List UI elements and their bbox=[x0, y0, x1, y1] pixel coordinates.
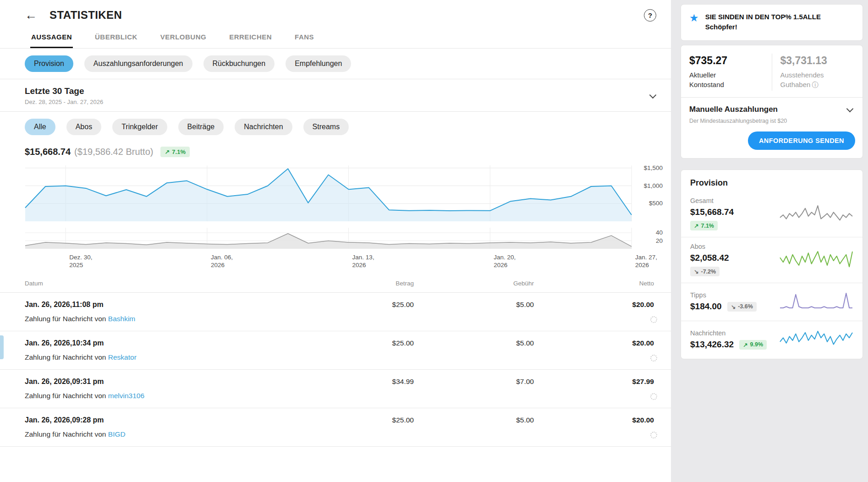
row-description: Zahlung für Nachricht von Bashkim bbox=[25, 309, 654, 331]
provision-card: Provision Gesamt $15,668.74 ↗7.1% Abos $… bbox=[681, 170, 863, 359]
main-panel: ← STATISTIKEN ? AUSSAGEN ÜBERBLICK VERLO… bbox=[0, 0, 671, 482]
star-icon: ★ bbox=[689, 12, 699, 32]
chip-trinkgelder[interactable]: Trinkgelder bbox=[112, 119, 167, 135]
manual-payout-expander[interactable]: Manuelle Auszahlungen bbox=[681, 97, 863, 116]
y-axis-tick: 20 bbox=[637, 237, 663, 244]
row-gebuehr: $5.00 bbox=[414, 339, 534, 347]
header: ← STATISTIKEN ? bbox=[0, 0, 671, 30]
change-badge: ↘-7.2% bbox=[690, 267, 720, 276]
sparkline-gesamt bbox=[777, 201, 855, 227]
table-row: Jan. 26, 2026,09:28 pm $25.00 $5.00 $20.… bbox=[0, 408, 671, 447]
button-row: ANFORDERUNG SENDEN bbox=[681, 124, 863, 158]
stat-amount: $13,426.32 bbox=[690, 340, 734, 350]
row-betrag: $25.00 bbox=[318, 301, 414, 309]
chip-streams[interactable]: Streams bbox=[303, 119, 349, 135]
tab-bar: AUSSAGEN ÜBERBLICK VERLOBUNG ERREICHEN F… bbox=[0, 30, 671, 48]
chip-abos[interactable]: Abos bbox=[66, 119, 101, 135]
chip-nachrichten[interactable]: Nachrichten bbox=[235, 119, 292, 135]
user-link[interactable]: melvin3106 bbox=[108, 392, 144, 400]
col-gebuehr: Gebühr bbox=[414, 280, 534, 287]
row-date: Jan. 26, 2026,09:31 pm bbox=[25, 378, 318, 386]
tab-aussagen[interactable]: AUSSAGEN bbox=[30, 30, 73, 48]
chip-provision[interactable]: Provision bbox=[25, 55, 73, 72]
trend-up-icon: ↗ bbox=[743, 341, 747, 348]
pending-balance-amount: $3,731.13 bbox=[780, 55, 857, 67]
trend-up-icon: ↗ bbox=[694, 222, 698, 229]
change-badge: ↗7.1% bbox=[160, 147, 190, 157]
provision-title: Provision bbox=[681, 170, 863, 192]
sparkline-nachrichten bbox=[777, 327, 855, 352]
balance-row: $735.27 Aktueller Kontostand $3,731.13 A… bbox=[681, 45, 863, 98]
row-description: Zahlung für Nachricht von BIGD bbox=[25, 424, 654, 446]
row-netto: $20.00 bbox=[534, 301, 654, 309]
row-netto: $20.00 bbox=[534, 339, 654, 347]
manual-payout-title: Manuelle Auszahlungen bbox=[689, 105, 778, 114]
top-creator-notice: ★ SIE SINDEN IN DEN TOP% 1.5ALLE Schöpfe… bbox=[681, 5, 863, 40]
back-arrow-icon[interactable]: ← bbox=[25, 9, 39, 22]
table-row: Jan. 26, 2026,10:34 pm $25.00 $5.00 $20.… bbox=[0, 331, 671, 370]
provision-item-abos: Abos $2,058.42 ↘-7.2% bbox=[681, 237, 863, 283]
change-badge: ↗7.1% bbox=[690, 221, 718, 230]
y-axis-tick: $1,000 bbox=[637, 182, 663, 189]
row-description: Zahlung für Nachricht von melvin3106 bbox=[25, 386, 654, 408]
stat-label: Gesamt bbox=[690, 197, 734, 204]
tab-erreichen[interactable]: ERREICHEN bbox=[228, 30, 273, 48]
chip-auszahlungsanforderungen[interactable]: Auszahlungsanforderungen bbox=[84, 55, 192, 72]
chevron-down-icon[interactable] bbox=[846, 105, 854, 112]
info-icon[interactable]: ⓘ bbox=[812, 81, 818, 88]
date-range-selector[interactable]: Letzte 30 Tage Dez. 28, 2025 - Jan. 27, … bbox=[0, 79, 671, 111]
earnings-summary: $15,668.74 ($19,586.42 Brutto) ↗7.1% bbox=[0, 142, 671, 158]
trend-down-icon: ↘ bbox=[694, 268, 698, 275]
stat-label: Abos bbox=[690, 243, 729, 250]
page-title: STATISTIKEN bbox=[49, 9, 122, 22]
y-axis-tick: $1,500 bbox=[637, 164, 663, 171]
col-datum: Datum bbox=[25, 280, 318, 287]
user-link[interactable]: Reskator bbox=[108, 353, 137, 361]
row-gebuehr: $5.00 bbox=[414, 416, 534, 424]
chip-empfehlungen[interactable]: Empfehlungen bbox=[286, 55, 351, 72]
x-axis-tick: Jan. 13,2026 bbox=[352, 253, 374, 269]
row-gebuehr: $7.00 bbox=[414, 378, 534, 386]
current-balance: $735.27 Aktueller Kontostand bbox=[681, 54, 772, 91]
filter-chip-row: Provision Auszahlungsanforderungen Rückb… bbox=[0, 49, 671, 79]
send-request-button[interactable]: ANFORDERUNG SENDEN bbox=[748, 131, 855, 150]
tab-fans[interactable]: FANS bbox=[294, 30, 315, 48]
user-link[interactable]: BIGD bbox=[108, 430, 126, 438]
sparkline-abos bbox=[777, 247, 855, 273]
chevron-down-icon[interactable] bbox=[649, 91, 657, 99]
x-axis-tick: Dez. 30,2025 bbox=[69, 253, 92, 269]
date-range-subtitle: Dez. 28, 2025 - Jan. 27, 2026 bbox=[25, 99, 103, 105]
spinner-icon bbox=[650, 316, 657, 323]
revenue-chart: $1,500 $1,000 $500 40 20 Dez. 30,2025 Ja… bbox=[0, 161, 671, 273]
chip-alle[interactable]: Alle bbox=[25, 119, 55, 135]
tab-verlobung[interactable]: VERLOBUNG bbox=[159, 30, 207, 48]
net-amount: $15,668.74 bbox=[25, 147, 71, 157]
row-netto: $27.99 bbox=[534, 378, 654, 386]
provision-item-nachrichten: Nachrichten $13,426.32 ↗9.9% bbox=[681, 321, 863, 359]
row-betrag: $34.99 bbox=[318, 378, 414, 386]
tab-ueberblick[interactable]: ÜBERBLICK bbox=[94, 30, 138, 48]
chip-beitraege[interactable]: Beiträge bbox=[178, 119, 224, 135]
change-badge: ↘-3.6% bbox=[727, 302, 757, 312]
app: ← STATISTIKEN ? AUSSAGEN ÜBERBLICK VERLO… bbox=[0, 0, 868, 482]
user-link[interactable]: Bashkim bbox=[108, 315, 135, 323]
row-gebuehr: $5.00 bbox=[414, 301, 534, 309]
x-axis-tick: Jan. 06,2026 bbox=[211, 253, 233, 269]
stat-label: Nachrichten bbox=[690, 329, 767, 337]
category-chip-row: Alle Abos Trinkgelder Beiträge Nachricht… bbox=[0, 112, 671, 142]
change-badge: ↗9.9% bbox=[739, 340, 767, 350]
current-balance-label: Aktueller Kontostand bbox=[689, 70, 749, 90]
row-betrag: $25.00 bbox=[318, 416, 414, 424]
help-icon[interactable]: ? bbox=[644, 9, 656, 22]
y-axis-tick: 40 bbox=[637, 229, 663, 236]
stat-amount: $15,668.74 bbox=[690, 207, 734, 217]
balance-card: $735.27 Aktueller Kontostand $3,731.13 A… bbox=[681, 45, 863, 159]
chip-rueckbuchungen[interactable]: Rückbuchungen bbox=[203, 55, 275, 72]
row-date: Jan. 26, 2026,11:08 pm bbox=[25, 301, 318, 309]
provision-item-tipps: Tipps $184.00 ↘-3.6% bbox=[681, 283, 863, 321]
manual-payout-subtitle: Der Mindestauszahlungsbetrag ist $20 bbox=[681, 116, 863, 124]
stat-label: Tipps bbox=[690, 291, 757, 299]
row-date: Jan. 26, 2026,09:28 pm bbox=[25, 416, 318, 424]
x-axis-tick: Jan. 20,2026 bbox=[494, 253, 516, 269]
row-betrag: $25.00 bbox=[318, 339, 414, 347]
